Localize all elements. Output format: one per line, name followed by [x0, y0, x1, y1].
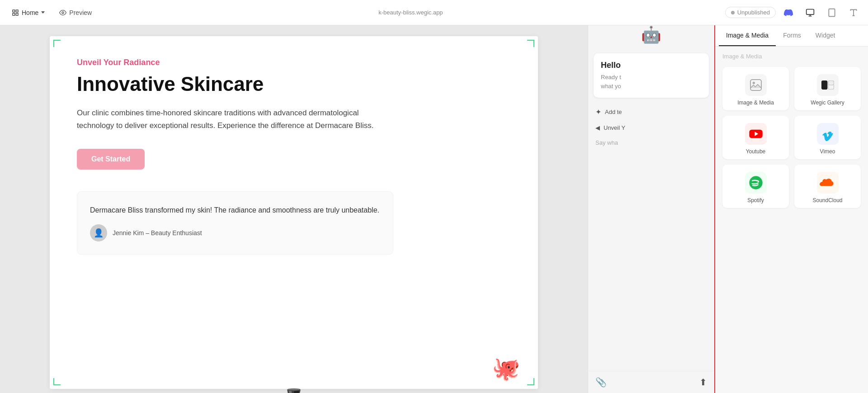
svg-rect-5 [807, 9, 814, 14]
right-panel-tabs: Image & Media Forms Widget [715, 25, 868, 47]
testimonial-text: Dermacare Bliss transformed my skin! The… [90, 204, 380, 216]
section-label-text: Unveil Y [604, 124, 625, 131]
publish-status[interactable]: Unpublished [725, 7, 776, 18]
sparkle-icon: ✦ [595, 108, 601, 116]
corner-handle-br [527, 378, 534, 385]
media-items-grid: Image & Media Wegic Gallery [715, 63, 868, 212]
add-text-label: Add te [605, 109, 622, 115]
wegic-gallery-icon [817, 74, 839, 96]
tab-widget[interactable]: Widget [808, 25, 843, 46]
home-button[interactable]: Home [7, 6, 49, 19]
corner-handle-bl [53, 378, 61, 385]
corner-handle-tr [527, 40, 534, 47]
chevron-left-icon: ◀ [595, 124, 600, 131]
svg-rect-1 [16, 10, 18, 12]
tab-image-media[interactable]: Image & Media [719, 25, 776, 46]
item-youtube-label: Youtube [746, 148, 766, 155]
home-label: Home [22, 9, 38, 16]
testimonial-author: 👤 Jennie Kim – Beauty Enthusiast [90, 224, 380, 241]
unpublished-label: Unpublished [737, 9, 770, 16]
chat-card: Hello Ready t what yo [594, 53, 709, 98]
chat-desc-1: Ready t [601, 73, 702, 82]
item-wegic-gallery[interactable]: Wegic Gallery [794, 67, 861, 110]
section-label-button[interactable]: ◀ Unveil Y [588, 121, 714, 135]
item-soundcloud-label: SoundCloud [812, 197, 842, 204]
item-image-media[interactable]: Image & Media [722, 67, 789, 110]
typography-icon[interactable] [846, 5, 861, 20]
side-chat-panel: 🤖 Hello Ready t what yo ✦ Add te ◀ Unvei… [588, 25, 714, 393]
item-youtube[interactable]: Youtube [722, 116, 789, 159]
svg-point-13 [752, 82, 755, 84]
preview-label: Preview [69, 9, 92, 16]
item-wegic-gallery-label: Wegic Gallery [811, 99, 844, 106]
discord-icon[interactable] [781, 5, 796, 20]
avatar: 👤 [90, 224, 107, 241]
chat-footer: 📎 ⬆ [588, 371, 714, 393]
svg-point-20 [749, 176, 762, 189]
svg-point-4 [62, 12, 64, 14]
spotify-icon [745, 172, 767, 194]
item-soundcloud[interactable]: SoundCloud [794, 165, 861, 208]
page-subtitle: Unveil Your Radiance [77, 58, 511, 67]
tablet-icon[interactable] [825, 5, 839, 20]
mascot-bottom-center: 🎩 [283, 386, 305, 393]
main-area: Unveil Your Radiance Innovative Skincare… [0, 25, 868, 393]
image-media-icon [745, 74, 767, 96]
vimeo-icon [817, 123, 839, 145]
testimonial-box: Dermacare Bliss transformed my skin! The… [77, 191, 393, 255]
svg-rect-0 [13, 10, 15, 12]
author-name: Jennie Kim – Beauty Enthusiast [113, 229, 202, 237]
chat-robot-icon: 🤖 [588, 25, 714, 44]
item-spotify-label: Spotify [747, 197, 764, 204]
nav-device-icons [781, 5, 861, 20]
get-started-button[interactable]: Get Started [77, 149, 145, 170]
svg-rect-3 [16, 13, 18, 15]
tab-forms[interactable]: Forms [776, 25, 808, 46]
item-image-media-label: Image & Media [737, 99, 774, 106]
item-spotify[interactable]: Spotify [722, 165, 789, 208]
right-panel: Image & Media Forms Widget Image & Media… [714, 25, 868, 393]
eye-icon [59, 9, 66, 16]
item-vimeo-label: Vimeo [820, 148, 835, 155]
chat-input-placeholder: Say wha [588, 135, 714, 151]
mascot-bottom-right: 🐙 [492, 357, 520, 380]
svg-rect-12 [750, 80, 761, 90]
chevron-down-icon [41, 11, 45, 14]
status-dot [731, 11, 735, 14]
site-url: k-beauty-bliss.wegic.app [102, 9, 720, 16]
canvas-frame: Unveil Your Radiance Innovative Skincare… [50, 36, 538, 389]
attach-icon[interactable]: 📎 [595, 377, 607, 388]
chat-hello: Hello [601, 61, 702, 70]
soundcloud-icon [817, 172, 839, 194]
section-label: Image & Media [715, 47, 868, 63]
add-text-button[interactable]: ✦ Add te [588, 103, 714, 121]
svg-rect-8 [829, 9, 835, 16]
send-icon[interactable]: ⬆ [699, 377, 707, 388]
top-navigation: Home Preview k-beauty-bliss.wegic.app Un… [0, 0, 868, 25]
preview-button[interactable]: Preview [55, 6, 96, 19]
chat-desc-2: what yo [601, 82, 702, 91]
svg-rect-16 [828, 81, 834, 85]
youtube-icon [745, 123, 767, 145]
canvas-wrapper: Unveil Your Radiance Innovative Skincare… [0, 25, 588, 393]
page-description: Our clinic combines time-honored skincar… [77, 107, 384, 133]
home-icon [12, 9, 19, 16]
svg-rect-14 [821, 81, 827, 90]
svg-rect-2 [13, 13, 15, 15]
item-vimeo[interactable]: Vimeo [794, 116, 861, 159]
corner-handle-tl [53, 40, 61, 47]
page-title: Innovative Skincare [77, 73, 511, 96]
desktop-icon[interactable] [803, 5, 817, 20]
